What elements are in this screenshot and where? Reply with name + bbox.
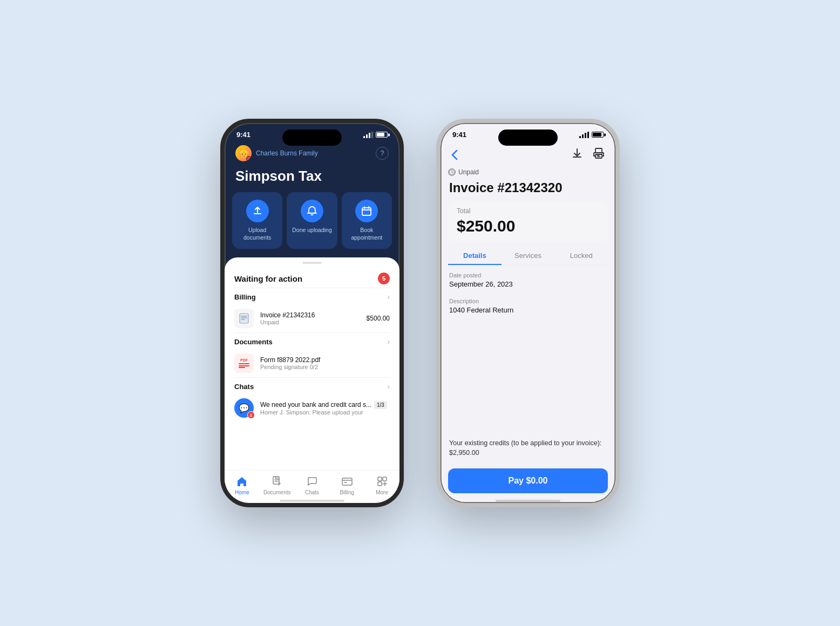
chats-title: Chats [234, 383, 254, 391]
tab-details[interactable]: Details [448, 247, 502, 265]
pay-button[interactable]: Pay $0.00 [448, 468, 608, 493]
description-value: 1040 Federal Return [449, 306, 607, 314]
calendar-icon [355, 200, 378, 222]
time-dark: 9:41 [236, 131, 250, 139]
battery-icon-light [592, 132, 604, 138]
book-appointment-label: Bookappointment [351, 227, 382, 241]
invoice-tabs: Details Services Locked [448, 247, 608, 266]
upload-documents-button[interactable]: Uploaddocuments [232, 192, 282, 249]
clock-icon [448, 168, 456, 176]
chat-item[interactable]: 💬 2 We need your bank and credit card s.… [225, 394, 399, 422]
profile-row[interactable]: 👴 Charles Burns Family [235, 145, 318, 161]
avatar-badge [246, 156, 252, 161]
upload-icon [246, 200, 269, 222]
app-title: Simpson Tax [225, 168, 399, 192]
credits-section: Your existing credits (to be applied to … [441, 432, 615, 464]
documents-nav-icon [270, 475, 283, 488]
avatar: 👴 [235, 145, 252, 161]
chats-chevron: › [387, 382, 390, 391]
svg-rect-5 [383, 477, 387, 481]
dark-phone: 9:41 👴 Charles Burns Fam [220, 119, 404, 507]
invoice-amount: $500.00 [367, 315, 390, 322]
chat-avatar: 💬 2 [234, 398, 254, 418]
invoice-title: Invoice #21342320 [441, 178, 615, 201]
billing-nav-icon [341, 475, 354, 488]
invoice-icon [234, 309, 254, 328]
description-section: Description 1040 Federal Return [441, 291, 615, 317]
documents-section-header[interactable]: Documents › [225, 333, 399, 349]
document-name: Form f8879 2022.pdf [260, 356, 390, 364]
print-button[interactable] [593, 147, 605, 162]
svg-rect-3 [342, 478, 352, 485]
chat-sender: Homer J. Simpson: Please upload your [260, 409, 390, 416]
document-item[interactable]: PDF Form f8879 2022.pdf Pending signatur… [225, 349, 399, 377]
chat-message: We need your bank and credit card s... [260, 401, 371, 409]
book-appointment-button[interactable]: Bookappointment [342, 192, 392, 249]
profile-name: Charles Burns Family [256, 149, 318, 157]
status-icons-light [579, 132, 604, 138]
tab-services[interactable]: Services [502, 247, 555, 265]
dynamic-island-light [498, 130, 558, 146]
help-button[interactable]: ? [376, 147, 389, 160]
nav-more[interactable]: More [364, 475, 399, 495]
done-uploading-button[interactable]: Done uploading [287, 192, 337, 249]
waiting-title: Waiting for action [234, 274, 302, 283]
tab-locked[interactable]: Locked [554, 247, 608, 265]
action-buttons-row: Uploaddocuments Done uploading [225, 192, 399, 257]
credits-text: Your existing credits (to be applied to … [449, 439, 601, 457]
home-nav-label: Home [235, 489, 249, 495]
chat-count: 1/3 [374, 401, 387, 409]
svg-rect-1 [240, 314, 248, 323]
signal-icon-light [579, 132, 589, 138]
status-icons-dark [363, 132, 388, 138]
svg-rect-0 [362, 208, 371, 215]
nav-chats[interactable]: Chats [295, 475, 330, 495]
battery-icon-dark [376, 132, 388, 138]
help-icon: ? [381, 149, 384, 157]
invoice-text: Invoice #21342316 Unpaid [260, 311, 360, 325]
documents-chevron: › [387, 337, 390, 346]
dynamic-island [282, 130, 342, 146]
document-text: Form f8879 2022.pdf Pending signature 0/… [260, 356, 390, 370]
documents-title: Documents [234, 338, 273, 346]
chat-badge: 2 [247, 411, 255, 419]
date-posted-label: Date posted [449, 272, 607, 278]
svg-rect-2 [273, 477, 279, 484]
card-handle [302, 262, 322, 264]
billing-section-header[interactable]: Billing › [225, 288, 399, 304]
bottom-nav: Home Documents [225, 470, 399, 498]
bell-icon [301, 200, 323, 222]
svg-rect-6 [378, 482, 382, 486]
home-nav-icon [235, 475, 248, 488]
chats-nav-label: Chats [305, 489, 319, 495]
nav-home[interactable]: Home [225, 475, 260, 495]
description-label: Description [449, 298, 607, 304]
back-button[interactable] [451, 149, 458, 160]
profile-header: 👴 Charles Burns Family ? [225, 143, 399, 168]
billing-title: Billing [234, 293, 256, 301]
chat-text: We need your bank and credit card s... 1… [260, 401, 390, 416]
unpaid-badge: Unpaid [441, 166, 615, 178]
billing-chevron: › [387, 292, 390, 301]
header-actions [571, 147, 605, 162]
date-posted-section: Date posted September 26, 2023 [441, 266, 615, 291]
upload-label: Uploaddocuments [243, 227, 271, 241]
svg-point-9 [601, 154, 602, 155]
more-nav-icon [376, 475, 389, 488]
nav-documents[interactable]: Documents [260, 475, 295, 495]
documents-nav-label: Documents [263, 489, 291, 495]
unpaid-label: Unpaid [458, 168, 479, 176]
chats-section-header[interactable]: Chats › [225, 378, 399, 394]
waiting-header: Waiting for action 5 [225, 268, 399, 288]
total-label: Total [457, 207, 599, 215]
time-light: 9:41 [452, 131, 466, 139]
home-indicator-dark [280, 500, 344, 502]
waiting-badge: 5 [378, 273, 390, 284]
done-uploading-label: Done uploading [292, 227, 332, 234]
invoice-item[interactable]: Invoice #21342316 Unpaid $500.00 [225, 304, 399, 332]
invoice-header [441, 143, 615, 166]
total-amount: $250.00 [457, 217, 599, 235]
pdf-icon: PDF [234, 353, 254, 373]
download-button[interactable] [571, 147, 583, 162]
nav-billing[interactable]: Billing [329, 475, 364, 495]
